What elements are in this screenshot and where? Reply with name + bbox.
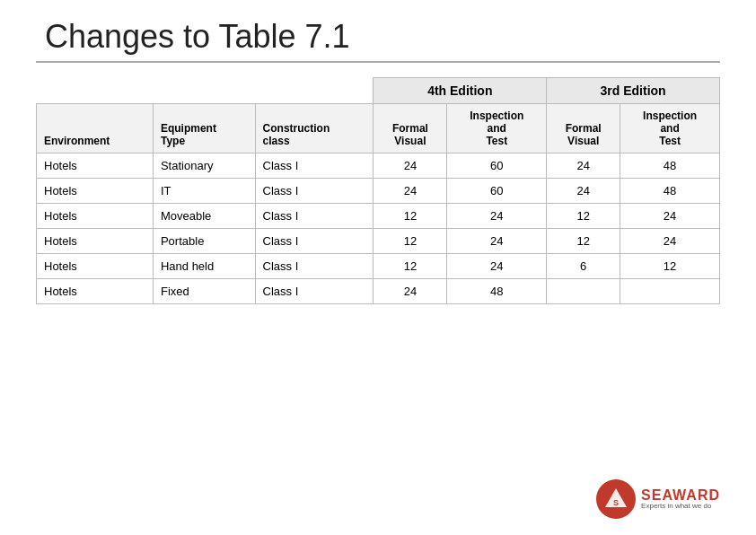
cell-equipment-type: Fixed bbox=[153, 279, 255, 304]
cell-equipment-type: Hand held bbox=[153, 254, 255, 279]
col-header-formal-visual-3: FormalVisual bbox=[547, 104, 620, 153]
cell-formal-visual-4: 24 bbox=[374, 153, 447, 179]
cell-inspection-test-3: 24 bbox=[620, 229, 720, 254]
table-body: HotelsStationaryClass I24602448HotelsITC… bbox=[37, 153, 720, 304]
cell-inspection-test-4: 60 bbox=[447, 153, 547, 179]
cell-inspection-test-3: 24 bbox=[620, 204, 720, 229]
cell-environment: Hotels bbox=[37, 153, 154, 179]
cell-environment: Hotels bbox=[37, 254, 154, 279]
table-row: HotelsITClass I24602448 bbox=[37, 179, 720, 204]
logo-area: S SEAWARD Experts in what we do bbox=[596, 479, 720, 519]
table-row: HotelsPortableClass I12241224 bbox=[37, 229, 720, 254]
col-header-construction-class: Constructionclass bbox=[255, 104, 374, 153]
svg-text:S: S bbox=[613, 498, 619, 507]
table-row: HotelsFixedClass I2448 bbox=[37, 279, 720, 304]
title-divider bbox=[36, 61, 720, 63]
col-header-row: Environment EquipmentType Constructioncl… bbox=[37, 104, 720, 153]
col-header-inspection-test-4: InspectionandTest bbox=[447, 104, 547, 153]
cell-equipment-type: IT bbox=[153, 179, 255, 204]
cell-construction-class: Class I bbox=[255, 254, 374, 279]
table-row: HotelsStationaryClass I24602448 bbox=[37, 153, 720, 179]
cell-formal-visual-3: 24 bbox=[547, 153, 620, 179]
cell-formal-visual-3: 24 bbox=[547, 179, 620, 204]
cell-construction-class: Class I bbox=[255, 279, 374, 304]
brand-name: SEAWARD bbox=[641, 487, 720, 504]
cell-inspection-test-4: 48 bbox=[447, 279, 547, 304]
empty-cell-1 bbox=[37, 78, 154, 104]
cell-inspection-test-3: 48 bbox=[620, 179, 720, 204]
cell-formal-visual-4: 24 bbox=[374, 279, 447, 304]
cell-formal-visual-4: 12 bbox=[374, 254, 447, 279]
cell-formal-visual-3: 12 bbox=[547, 204, 620, 229]
cell-equipment-type: Stationary bbox=[153, 153, 255, 179]
cell-formal-visual-4: 12 bbox=[374, 229, 447, 254]
cell-inspection-test-4: 24 bbox=[447, 254, 547, 279]
cell-inspection-test-4: 60 bbox=[447, 179, 547, 204]
cell-construction-class: Class I bbox=[255, 153, 374, 179]
page: Changes to Table 7.1 4th Edition 3rd Edi… bbox=[0, 0, 756, 535]
col-header-inspection-test-3: InspectionandTest bbox=[620, 104, 720, 153]
table-container: 4th Edition 3rd Edition Environment Equi… bbox=[36, 77, 720, 304]
cell-construction-class: Class I bbox=[255, 179, 374, 204]
edition-3rd-header: 3rd Edition bbox=[547, 78, 720, 104]
cell-formal-visual-4: 24 bbox=[374, 179, 447, 204]
seaward-logo-icon: S bbox=[602, 486, 629, 513]
page-title: Changes to Table 7.1 bbox=[36, 18, 720, 56]
cell-equipment-type: Portable bbox=[153, 229, 255, 254]
data-table: 4th Edition 3rd Edition Environment Equi… bbox=[36, 77, 720, 304]
cell-formal-visual-3 bbox=[547, 279, 620, 304]
cell-equipment-type: Moveable bbox=[153, 204, 255, 229]
empty-cell-2 bbox=[153, 78, 255, 104]
edition-4th-header: 4th Edition bbox=[374, 78, 547, 104]
cell-inspection-test-4: 24 bbox=[447, 204, 547, 229]
cell-environment: Hotels bbox=[37, 279, 154, 304]
cell-formal-visual-3: 6 bbox=[547, 254, 620, 279]
cell-construction-class: Class I bbox=[255, 204, 374, 229]
cell-formal-visual-4: 12 bbox=[374, 204, 447, 229]
cell-formal-visual-3: 12 bbox=[547, 229, 620, 254]
empty-cell-3 bbox=[255, 78, 374, 104]
table-row: HotelsHand heldClass I1224612 bbox=[37, 254, 720, 279]
logo-text: SEAWARD Experts in what we do bbox=[641, 487, 720, 511]
logo-badge: S bbox=[596, 479, 636, 519]
cell-environment: Hotels bbox=[37, 229, 154, 254]
cell-environment: Hotels bbox=[37, 179, 154, 204]
col-header-environment: Environment bbox=[37, 104, 154, 153]
col-header-equipment-type: EquipmentType bbox=[153, 104, 255, 153]
edition-header-row: 4th Edition 3rd Edition bbox=[37, 78, 720, 104]
col-header-formal-visual-4: FormalVisual bbox=[374, 104, 447, 153]
cell-inspection-test-4: 24 bbox=[447, 229, 547, 254]
cell-construction-class: Class I bbox=[255, 229, 374, 254]
cell-inspection-test-3 bbox=[620, 279, 720, 304]
cell-inspection-test-3: 12 bbox=[620, 254, 720, 279]
logo-tagline: Experts in what we do bbox=[641, 503, 720, 511]
cell-inspection-test-3: 48 bbox=[620, 153, 720, 179]
cell-environment: Hotels bbox=[37, 204, 154, 229]
table-row: HotelsMoveableClass I12241224 bbox=[37, 204, 720, 229]
